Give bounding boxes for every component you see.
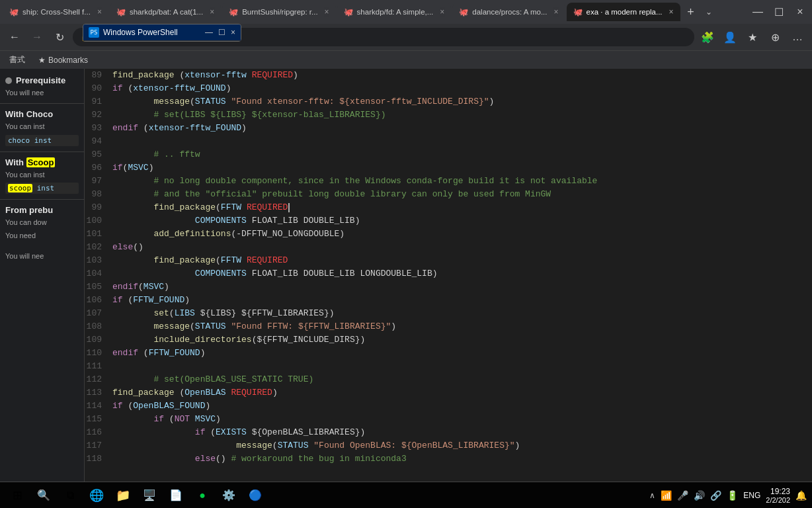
terminal-button[interactable]: 🖥️ (138, 484, 161, 507)
choco-heading: With Choco (5, 109, 79, 119)
ps-minimize[interactable]: — (205, 28, 213, 37)
tab-3-close[interactable]: × (325, 7, 329, 17)
tab-4[interactable]: 🐙 sharkdp/fd: A simple,... × (337, 3, 452, 21)
clock[interactable]: 19:23 2/2/202 (766, 487, 790, 504)
settings-button[interactable]: … (788, 28, 807, 46)
minimize-button[interactable]: — (749, 3, 767, 21)
code-line-109: 109 include_directories(${FFTW_INCLUDE_D… (85, 333, 812, 347)
tab-1-close[interactable]: × (97, 7, 102, 17)
tab-3[interactable]: 🐙 BurntSushi/ripgrep: r... × (222, 3, 335, 21)
tab-bar: 🐙 ship: Cross-Shell f... × 🐙 sharkdp/bat… (0, 0, 812, 24)
line-num-109: 109 (85, 333, 112, 347)
back-button[interactable]: ← (5, 28, 24, 46)
line-content-118: else() # workaround the bug in miniconda… (112, 452, 812, 466)
chrome-button[interactable]: 🔵 (243, 484, 267, 507)
line-content-105: endif(MSVC) (112, 280, 812, 294)
powershell-window[interactable]: PS Windows PowerShell — ☐ × (83, 24, 241, 42)
line-content-106: if (FFTW_FOUND) (112, 294, 812, 307)
scoop-heading: With Scoop (5, 157, 79, 167)
line-content-112: # set(OpenBLAS_USE_STATIC TRUE) (112, 373, 812, 386)
reload-button[interactable]: ↻ (50, 28, 69, 46)
choco-text: You can inst (5, 122, 79, 132)
task-view-button[interactable]: ⧉ (58, 484, 82, 507)
line-num-111: 111 (85, 360, 112, 373)
wifi-icon[interactable]: 🔗 (710, 490, 721, 501)
battery-icon[interactable]: 🔋 (727, 490, 738, 501)
notification-icon[interactable]: 🔔 (795, 490, 807, 501)
new-tab-button[interactable]: + (682, 3, 700, 21)
start-button[interactable]: ⊞ (5, 484, 29, 507)
powershell-controls: — ☐ × (205, 28, 235, 37)
tab-2-close[interactable]: × (210, 7, 214, 17)
code-line-89: 89 find_package (xtensor-fftw REQUIRED) (85, 69, 812, 82)
edge-taskbar-button[interactable]: 🌐 (85, 484, 108, 507)
system-tray: ∧ 📶 🎤 🔊 🔗 🔋 ENG 19:23 2/2/202 🔔 (649, 487, 807, 504)
tab-6[interactable]: 🐙 exa · a modern repla... × (567, 3, 680, 21)
code-line-117: 117 message(STATUS "Found OpenBLAS: ${Op… (85, 439, 812, 452)
bookmarks-bar: 書式 ★ Bookmarks (0, 50, 812, 69)
code-line-99: 99 find_package(FFTW REQUIRED (85, 201, 812, 214)
code-line-91: 91 message(STATUS "Found xtensor-fftw: $… (85, 95, 812, 108)
favorites-button[interactable]: ★ (743, 28, 762, 46)
tab-1-icon: 🐙 (9, 7, 19, 17)
scoop-code: scoop inst (5, 183, 79, 194)
sidebar-divider-2 (0, 151, 84, 152)
prereq-text: You will nee (5, 88, 79, 98)
code-line-108: 108 message(STATUS "Found FFTW: ${FFTW_L… (85, 320, 812, 333)
profile-button[interactable]: 👤 (721, 28, 739, 46)
tab-2-label: sharkdp/bat: A cat(1... (130, 8, 203, 16)
line-num-94: 94 (85, 135, 112, 148)
green-app-button[interactable]: ● (190, 484, 214, 507)
line-num-93: 93 (85, 122, 112, 135)
code-line-115: 115 if (NOT MSVC) (85, 413, 812, 426)
task-view-icon: ⧉ (67, 489, 74, 501)
line-content-109: include_directories(${FFTW_INCLUDE_DIRS}… (112, 333, 812, 347)
tab-5-close[interactable]: × (553, 7, 558, 17)
line-content-100: COMPONENTS FLOAT_LIB DOUBLE_LIB) (112, 214, 812, 228)
maximize-button[interactable]: ☐ (770, 3, 788, 21)
sidebar-divider-1 (0, 103, 84, 104)
bookmark-japanese[interactable]: 書式 (5, 53, 29, 67)
notepad-button[interactable]: 📄 (164, 484, 188, 507)
settings-taskbar-button[interactable]: ⚙️ (217, 484, 241, 507)
file-explorer-button[interactable]: 📁 (111, 484, 135, 507)
star-icon: ★ (38, 56, 46, 65)
tab-5[interactable]: 🐙 dalance/procs: A mo... × (452, 3, 565, 21)
prereq-icon (5, 77, 12, 84)
line-num-104: 104 (85, 267, 112, 280)
line-content-115: if (NOT MSVC) (112, 413, 812, 426)
tray-expand-icon[interactable]: ∧ (649, 491, 655, 500)
line-content-91: message(STATUS "Found xtensor-fftw: ${xt… (112, 95, 812, 108)
bookmark-bookmarks[interactable]: ★ Bookmarks (34, 54, 92, 66)
tab-1[interactable]: 🐙 ship: Cross-Shell f... × (3, 3, 108, 21)
line-num-106: 106 (85, 294, 112, 307)
tab-4-icon: 🐙 (344, 7, 353, 17)
network-icon[interactable]: 📶 (661, 490, 672, 501)
ps-maximize[interactable]: ☐ (218, 28, 225, 37)
ps-close[interactable]: × (231, 28, 235, 37)
code-line-104: 104 COMPONENTS FLOAT_LIB DOUBLE_LIB LONG… (85, 267, 812, 280)
line-num-90: 90 (85, 82, 112, 95)
mic-icon[interactable]: 🎤 (677, 490, 688, 501)
language-indicator[interactable]: ENG (743, 491, 760, 500)
prebuilt-text-3: You will nee (5, 251, 79, 261)
code-lines: 89 find_package (xtensor-fftw REQUIRED) … (85, 69, 812, 466)
bookmark-bookmarks-label: Bookmarks (48, 56, 88, 65)
tab-list-chevron[interactable]: ⌄ (702, 7, 716, 17)
tab-2[interactable]: 🐙 sharkdp/bat: A cat(1... × (110, 3, 221, 21)
extensions-button[interactable]: 🧩 (698, 28, 717, 46)
tab-4-close[interactable]: × (440, 7, 444, 17)
tab-6-close[interactable]: × (669, 7, 674, 17)
speaker-icon[interactable]: 🔊 (694, 490, 705, 501)
line-num-103: 103 (85, 254, 112, 267)
line-content-102: else() (112, 241, 812, 254)
collections-button[interactable]: ⊕ (766, 28, 784, 46)
close-button[interactable]: × (791, 3, 809, 21)
line-content-92: # set(LIBS ${LIBS} ${xtensor-blas_LIBRAR… (112, 108, 812, 122)
tab-3-icon: 🐙 (229, 7, 238, 17)
search-button[interactable]: 🔍 (32, 484, 56, 507)
code-line-103: 103 find_package(FFTW REQUIRED (85, 254, 812, 267)
forward-button[interactable]: → (28, 28, 46, 46)
folder-icon: 📁 (116, 488, 130, 503)
terminal-icon: 🖥️ (143, 489, 156, 501)
